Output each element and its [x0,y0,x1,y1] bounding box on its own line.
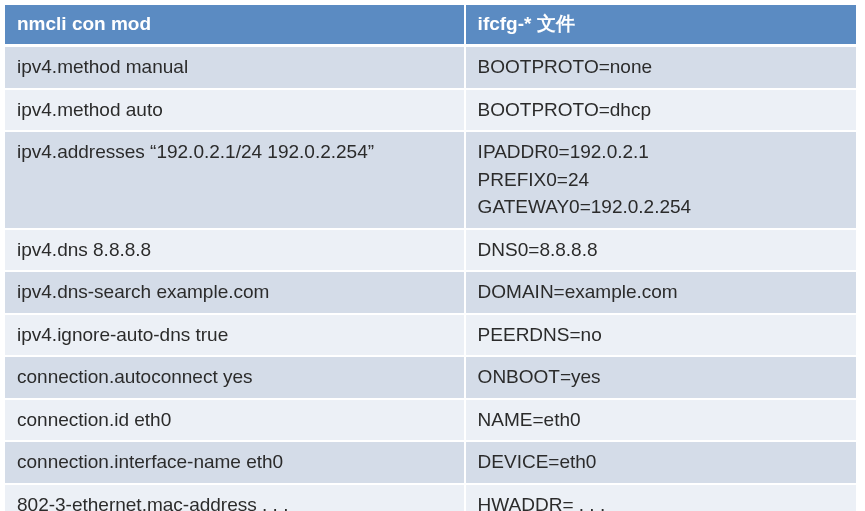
cell-nmcli: connection.id eth0 [4,399,465,442]
cell-ifcfg: PEERDNS=no [465,314,857,357]
cell-nmcli: connection.interface-name eth0 [4,441,465,484]
table-row: ipv4.method manual BOOTPROTO=none [4,46,857,89]
cell-nmcli: ipv4.dns-search example.com [4,271,465,314]
table-row: 802-3-ethernet.mac-address . . . HWADDR=… [4,484,857,511]
header-nmcli: nmcli con mod [4,4,465,46]
cell-nmcli: 802-3-ethernet.mac-address . . . [4,484,465,511]
header-ifcfg: ifcfg-* 文件 [465,4,857,46]
cell-ifcfg: NAME=eth0 [465,399,857,442]
table-row: ipv4.dns 8.8.8.8 DNS0=8.8.8.8 [4,229,857,272]
table-header-row: nmcli con mod ifcfg-* 文件 [4,4,857,46]
cell-ifcfg: IPADDR0=192.0.2.1 PREFIX0=24 GATEWAY0=19… [465,131,857,229]
table-row: connection.interface-name eth0 DEVICE=et… [4,441,857,484]
table-container: nmcli con mod ifcfg-* 文件 ipv4.method man… [0,0,865,511]
table-row: connection.id eth0 NAME=eth0 [4,399,857,442]
table-row: ipv4.addresses “192.0.2.1/24 192.0.2.254… [4,131,857,229]
cell-ifcfg: BOOTPROTO=none [465,46,857,89]
cell-ifcfg: ONBOOT=yes [465,356,857,399]
cell-ifcfg: HWADDR= . . . [465,484,857,511]
cell-nmcli: connection.autoconnect yes [4,356,465,399]
table-row: ipv4.ignore-auto-dns true PEERDNS=no [4,314,857,357]
mapping-table: nmcli con mod ifcfg-* 文件 ipv4.method man… [4,4,857,511]
cell-nmcli: ipv4.dns 8.8.8.8 [4,229,465,272]
cell-nmcli: ipv4.method manual [4,46,465,89]
cell-ifcfg: BOOTPROTO=dhcp [465,89,857,132]
cell-nmcli: ipv4.method auto [4,89,465,132]
cell-nmcli: ipv4.addresses “192.0.2.1/24 192.0.2.254… [4,131,465,229]
table-row: ipv4.dns-search example.com DOMAIN=examp… [4,271,857,314]
table-row: connection.autoconnect yes ONBOOT=yes [4,356,857,399]
table-row: ipv4.method auto BOOTPROTO=dhcp [4,89,857,132]
cell-ifcfg: DNS0=8.8.8.8 [465,229,857,272]
cell-ifcfg: DOMAIN=example.com [465,271,857,314]
cell-ifcfg: DEVICE=eth0 [465,441,857,484]
cell-nmcli: ipv4.ignore-auto-dns true [4,314,465,357]
